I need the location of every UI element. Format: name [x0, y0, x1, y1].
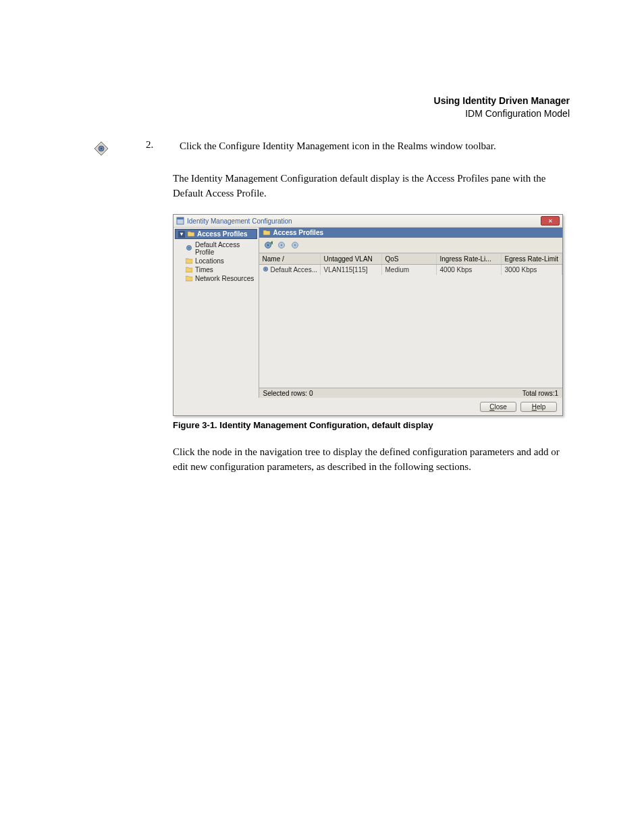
svg-point-2 [101, 148, 102, 149]
close-button[interactable]: Close [480, 402, 516, 412]
main-pane-title: Access Profiles [259, 228, 562, 238]
folder-icon [186, 276, 192, 282]
tree-item[interactable]: Locations [173, 257, 259, 265]
tree-item[interactable]: Times [173, 265, 259, 274]
selected-rows: Selected rows: 0 [263, 390, 313, 397]
tree-item[interactable]: Network Resources [173, 274, 259, 283]
figure-caption: Figure 3-1. Identity Management Configur… [173, 420, 570, 430]
svg-text:✚: ✚ [270, 240, 273, 245]
toolbar-delete-icon[interactable] [290, 240, 300, 251]
column-name[interactable]: Name / [259, 254, 321, 264]
column-vlan[interactable]: Untagged VLAN [321, 254, 382, 264]
body-paragraph-2: Click the node in the navigation tree to… [173, 445, 570, 475]
gear-icon [263, 266, 269, 273]
toolbar-edit-icon[interactable] [276, 240, 287, 251]
folder-icon [186, 267, 192, 273]
chevron-down-icon: ▾ [178, 231, 185, 238]
svg-point-6 [188, 247, 190, 249]
table-header: Name / Untagged VLAN QoS Ingress Rate-Li… [259, 253, 562, 265]
identity-config-icon [88, 139, 115, 157]
svg-point-15 [265, 269, 266, 270]
nav-tree: ▾ Access Profiles Default Access Profile… [173, 228, 259, 398]
step-text: Click the Configure Identity Management … [180, 139, 570, 154]
window-title: Identity Management Configuration [187, 217, 541, 225]
column-qos[interactable]: QoS [382, 254, 437, 264]
folder-open-icon [263, 230, 270, 236]
folder-icon [186, 258, 192, 264]
folder-open-icon [188, 231, 194, 237]
svg-rect-4 [177, 217, 184, 219]
close-icon[interactable]: ✕ [541, 216, 560, 226]
body-paragraph-1: The Identity Management Configuration de… [173, 172, 570, 201]
svg-point-8 [267, 244, 268, 246]
total-rows: Total rows:1 [522, 390, 558, 397]
help-button[interactable]: Help [520, 402, 557, 412]
column-egress[interactable]: Egress Rate-Limit [502, 254, 562, 264]
tree-root[interactable]: ▾ Access Profiles [175, 229, 257, 239]
svg-point-13 [294, 244, 295, 246]
window-icon [176, 217, 184, 225]
gear-icon [186, 244, 192, 253]
tree-root-label: Access Profiles [197, 230, 248, 238]
page-header-sub: IDM Configuration Model [88, 107, 570, 120]
column-ingress[interactable]: Ingress Rate-Li... [437, 254, 502, 264]
table-row[interactable]: Default Acces... VLAN115[115] Medium 400… [259, 265, 562, 275]
config-window: Identity Management Configuration ✕ ▾ Ac… [173, 214, 563, 416]
toolbar-new-icon[interactable]: ✚ [263, 240, 273, 251]
step-number: 2. [122, 139, 173, 151]
page-header-title: Using Identity Driven Manager [88, 95, 570, 107]
tree-item[interactable]: Default Access Profile [173, 240, 259, 257]
svg-point-11 [280, 244, 281, 246]
